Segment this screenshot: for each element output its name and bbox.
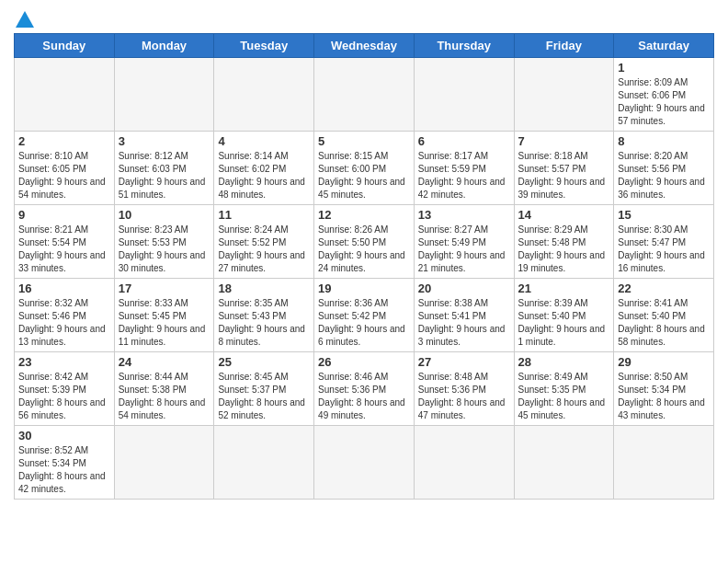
day-number: 2	[18, 134, 110, 148]
header	[14, 9, 714, 28]
day-number: 21	[518, 282, 610, 295]
day-cell: 20Sunrise: 8:38 AM Sunset: 5:41 PM Dayli…	[414, 279, 514, 352]
day-cell: 6Sunrise: 8:17 AM Sunset: 5:59 PM Daylig…	[414, 132, 514, 205]
day-number: 25	[218, 355, 310, 369]
day-info: Sunrise: 8:29 AM Sunset: 5:48 PM Dayligh…	[518, 224, 610, 275]
week-row-3: 9Sunrise: 8:21 AM Sunset: 5:54 PM Daylig…	[15, 205, 714, 279]
day-cell	[414, 426, 514, 500]
day-number: 14	[518, 208, 610, 222]
day-info: Sunrise: 8:44 AM Sunset: 5:38 PM Dayligh…	[119, 371, 210, 422]
day-cell	[114, 58, 214, 132]
logo	[14, 9, 34, 28]
day-number: 5	[318, 134, 410, 148]
day-cell: 16Sunrise: 8:32 AM Sunset: 5:46 PM Dayli…	[15, 279, 115, 352]
day-info: Sunrise: 8:36 AM Sunset: 5:42 PM Dayligh…	[318, 297, 410, 349]
day-cell: 12Sunrise: 8:26 AM Sunset: 5:50 PM Dayli…	[314, 205, 415, 279]
week-row-5: 23Sunrise: 8:42 AM Sunset: 5:39 PM Dayli…	[15, 352, 714, 426]
day-number: 6	[418, 134, 510, 148]
day-cell: 8Sunrise: 8:20 AM Sunset: 5:56 PM Daylig…	[614, 132, 714, 205]
day-cell: 22Sunrise: 8:41 AM Sunset: 5:40 PM Dayli…	[614, 279, 714, 352]
day-info: Sunrise: 8:50 AM Sunset: 5:34 PM Dayligh…	[618, 371, 710, 422]
week-row-6: 30Sunrise: 8:52 AM Sunset: 5:34 PM Dayli…	[15, 426, 714, 500]
day-cell	[15, 58, 115, 132]
day-info: Sunrise: 8:09 AM Sunset: 6:06 PM Dayligh…	[618, 76, 710, 128]
day-cell: 17Sunrise: 8:33 AM Sunset: 5:45 PM Dayli…	[114, 279, 214, 352]
day-info: Sunrise: 8:35 AM Sunset: 5:43 PM Dayligh…	[218, 297, 310, 349]
day-info: Sunrise: 8:14 AM Sunset: 6:02 PM Dayligh…	[218, 150, 310, 201]
day-number: 4	[218, 134, 310, 148]
day-cell	[214, 426, 314, 500]
week-row-2: 2Sunrise: 8:10 AM Sunset: 6:05 PM Daylig…	[15, 132, 714, 205]
day-cell	[614, 426, 714, 500]
day-cell: 7Sunrise: 8:18 AM Sunset: 5:57 PM Daylig…	[514, 132, 614, 205]
weekday-header-monday: Monday	[114, 34, 214, 58]
day-cell: 25Sunrise: 8:45 AM Sunset: 5:37 PM Dayli…	[214, 352, 314, 426]
day-cell: 11Sunrise: 8:24 AM Sunset: 5:52 PM Dayli…	[214, 205, 314, 279]
day-info: Sunrise: 8:20 AM Sunset: 5:56 PM Dayligh…	[618, 150, 710, 201]
day-info: Sunrise: 8:49 AM Sunset: 5:35 PM Dayligh…	[518, 371, 610, 422]
day-info: Sunrise: 8:45 AM Sunset: 5:37 PM Dayligh…	[218, 371, 310, 422]
day-number: 29	[618, 355, 710, 369]
day-number: 24	[119, 355, 210, 369]
day-cell: 18Sunrise: 8:35 AM Sunset: 5:43 PM Dayli…	[214, 279, 314, 352]
day-info: Sunrise: 8:17 AM Sunset: 5:59 PM Dayligh…	[418, 150, 510, 201]
day-number: 13	[418, 208, 510, 222]
day-number: 3	[119, 134, 210, 148]
day-info: Sunrise: 8:39 AM Sunset: 5:40 PM Dayligh…	[518, 297, 610, 349]
day-info: Sunrise: 8:38 AM Sunset: 5:41 PM Dayligh…	[418, 297, 510, 349]
day-cell: 4Sunrise: 8:14 AM Sunset: 6:02 PM Daylig…	[214, 132, 314, 205]
weekday-header-friday: Friday	[514, 34, 614, 58]
day-number: 22	[618, 282, 710, 295]
weekday-header-saturday: Saturday	[614, 34, 714, 58]
day-number: 27	[418, 355, 510, 369]
day-info: Sunrise: 8:48 AM Sunset: 5:36 PM Dayligh…	[418, 371, 510, 422]
day-info: Sunrise: 8:23 AM Sunset: 5:53 PM Dayligh…	[119, 224, 210, 275]
day-cell: 5Sunrise: 8:15 AM Sunset: 6:00 PM Daylig…	[314, 132, 415, 205]
weekday-header-thursday: Thursday	[414, 34, 514, 58]
day-info: Sunrise: 8:41 AM Sunset: 5:40 PM Dayligh…	[618, 297, 710, 349]
day-cell: 2Sunrise: 8:10 AM Sunset: 6:05 PM Daylig…	[15, 132, 115, 205]
day-number: 16	[18, 282, 110, 295]
weekday-header-sunday: Sunday	[15, 34, 115, 58]
day-cell: 30Sunrise: 8:52 AM Sunset: 5:34 PM Dayli…	[15, 426, 115, 500]
day-cell: 1Sunrise: 8:09 AM Sunset: 6:06 PM Daylig…	[614, 58, 714, 132]
day-cell: 9Sunrise: 8:21 AM Sunset: 5:54 PM Daylig…	[15, 205, 115, 279]
day-cell: 15Sunrise: 8:30 AM Sunset: 5:47 PM Dayli…	[614, 205, 714, 279]
day-cell	[314, 426, 415, 500]
day-cell	[114, 426, 214, 500]
day-info: Sunrise: 8:21 AM Sunset: 5:54 PM Dayligh…	[18, 224, 110, 275]
day-number: 18	[218, 282, 310, 295]
day-info: Sunrise: 8:15 AM Sunset: 6:00 PM Dayligh…	[318, 150, 410, 201]
day-number: 26	[318, 355, 410, 369]
week-row-1: 1Sunrise: 8:09 AM Sunset: 6:06 PM Daylig…	[15, 58, 714, 132]
day-number: 19	[318, 282, 410, 295]
day-number: 9	[18, 208, 110, 222]
day-cell	[414, 58, 514, 132]
day-cell: 24Sunrise: 8:44 AM Sunset: 5:38 PM Dayli…	[114, 352, 214, 426]
day-number: 10	[119, 208, 210, 222]
day-cell: 23Sunrise: 8:42 AM Sunset: 5:39 PM Dayli…	[15, 352, 115, 426]
day-cell: 28Sunrise: 8:49 AM Sunset: 5:35 PM Dayli…	[514, 352, 614, 426]
day-info: Sunrise: 8:27 AM Sunset: 5:49 PM Dayligh…	[418, 224, 510, 275]
day-info: Sunrise: 8:24 AM Sunset: 5:52 PM Dayligh…	[218, 224, 310, 275]
day-cell: 3Sunrise: 8:12 AM Sunset: 6:03 PM Daylig…	[114, 132, 214, 205]
day-number: 12	[318, 208, 410, 222]
weekday-header-row: SundayMondayTuesdayWednesdayThursdayFrid…	[15, 34, 714, 58]
day-cell: 10Sunrise: 8:23 AM Sunset: 5:53 PM Dayli…	[114, 205, 214, 279]
logo-icon	[16, 11, 34, 28]
day-cell: 19Sunrise: 8:36 AM Sunset: 5:42 PM Dayli…	[314, 279, 415, 352]
day-number: 8	[618, 134, 710, 148]
day-cell: 13Sunrise: 8:27 AM Sunset: 5:49 PM Dayli…	[414, 205, 514, 279]
day-info: Sunrise: 8:26 AM Sunset: 5:50 PM Dayligh…	[318, 224, 410, 275]
day-number: 23	[18, 355, 110, 369]
day-info: Sunrise: 8:32 AM Sunset: 5:46 PM Dayligh…	[18, 297, 110, 349]
day-cell: 29Sunrise: 8:50 AM Sunset: 5:34 PM Dayli…	[614, 352, 714, 426]
day-cell	[214, 58, 314, 132]
day-info: Sunrise: 8:42 AM Sunset: 5:39 PM Dayligh…	[18, 371, 110, 422]
day-info: Sunrise: 8:46 AM Sunset: 5:36 PM Dayligh…	[318, 371, 410, 422]
day-number: 17	[119, 282, 210, 295]
day-cell	[514, 58, 614, 132]
day-number: 11	[218, 208, 310, 222]
day-number: 1	[618, 61, 710, 75]
day-cell	[314, 58, 415, 132]
